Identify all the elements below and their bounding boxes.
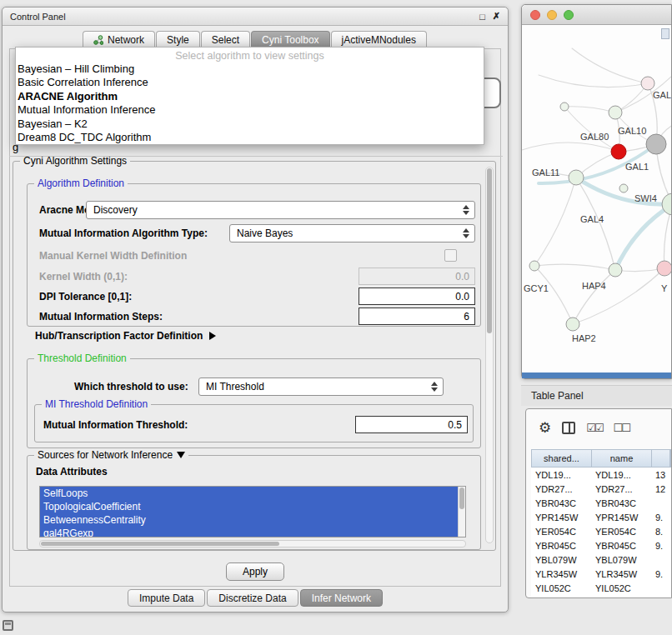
list-scrollbar[interactable] xyxy=(458,487,465,537)
tab-network[interactable]: Network xyxy=(83,31,155,48)
tab-style[interactable]: Style xyxy=(156,31,200,48)
table-row[interactable]: YIL052CYIL052C xyxy=(531,581,671,595)
attribute-list[interactable]: SelfLoopsTopologicalCoefficientBetweenne… xyxy=(39,486,466,538)
algorithm-option[interactable]: Mutual Information Inference xyxy=(16,103,484,117)
apply-button[interactable]: Apply xyxy=(226,562,284,581)
table-panel-window: ⚙ ☑☑ ☐☐ shared...name YDL19...YDL19...13… xyxy=(525,408,672,598)
network-node[interactable] xyxy=(611,144,626,159)
settings-scrollbar[interactable] xyxy=(485,167,494,543)
node-label: GAL11 xyxy=(532,168,559,178)
desktop: Control Panel □ ✗ NetworkStyleSelectCyni… xyxy=(0,0,672,635)
network-edge[interactable] xyxy=(564,107,615,112)
column-header[interactable]: shared... xyxy=(532,450,592,467)
network-edge[interactable] xyxy=(572,48,648,83)
manual-kernel-checkbox[interactable] xyxy=(444,249,457,262)
minimize-traffic-light-icon[interactable] xyxy=(547,10,557,20)
network-edge[interactable] xyxy=(615,204,671,270)
network-edge[interactable] xyxy=(539,75,648,88)
mi-threshold-label: Mutual Information Threshold: xyxy=(43,419,188,431)
bottom-tab-infer-network[interactable]: Infer Network xyxy=(300,589,383,607)
algorithm-definition-group: Algorithm Definition Aracne Mode: Discov… xyxy=(27,183,481,327)
table-cell: YBL079W xyxy=(591,552,651,567)
network-node[interactable] xyxy=(560,102,569,111)
node-label: GAL8 xyxy=(653,90,671,100)
algorithm-option[interactable]: Dream8 DC_TDC Algorithm xyxy=(16,131,484,144)
tab-label: Network xyxy=(108,34,144,46)
kernel-width-label: Kernel Width (0,1): xyxy=(39,271,128,282)
tab-label: jActiveMNodules xyxy=(342,34,416,46)
select-all-columns-icon[interactable]: ☑☑ xyxy=(586,422,602,433)
network-edge[interactable] xyxy=(534,266,573,324)
network-edge[interactable] xyxy=(522,142,619,152)
bottom-tab-discretize-data[interactable]: Discretize Data xyxy=(207,589,298,607)
network-node[interactable] xyxy=(569,170,584,185)
kernel-width-input[interactable] xyxy=(359,268,475,285)
table-cell: 13 xyxy=(651,468,671,482)
deselect-all-columns-icon[interactable]: ☐☐ xyxy=(614,422,629,433)
network-node[interactable] xyxy=(609,263,622,277)
network-node[interactable] xyxy=(529,261,539,271)
float-window-icon[interactable]: □ xyxy=(479,12,485,22)
network-canvas[interactable]: GAL8GAL80GAL10GAL11GAL1SWI4GAL4GCY1HAP4H… xyxy=(522,25,671,372)
algorithm-option[interactable]: Bayesian – K2 xyxy=(16,118,484,131)
algorithm-option[interactable]: Bayesian – Hill Climbing xyxy=(16,62,484,76)
manual-kernel-label: Manual Kernel Width Definition xyxy=(39,250,187,262)
scrollbar-thumb[interactable] xyxy=(41,542,279,546)
table-row[interactable]: YDR27...YDR27...12 xyxy=(531,482,671,496)
dpi-tolerance-label: DPI Tolerance [0,1]: xyxy=(39,291,132,302)
tab-jactivemnodules[interactable]: jActiveMNodules xyxy=(331,31,427,48)
network-edge[interactable] xyxy=(534,264,615,270)
table-row[interactable]: YPR145WYPR145W9. xyxy=(531,510,671,524)
network-node[interactable] xyxy=(641,77,654,90)
network-node[interactable] xyxy=(566,318,579,331)
table-row[interactable]: YLR345WYLR345W9. xyxy=(531,567,671,581)
table-row[interactable]: YBR043CYBR043C xyxy=(531,496,671,510)
network-window-titlebar[interactable] xyxy=(522,5,671,25)
aracne-mode-select[interactable]: Discovery xyxy=(86,201,475,219)
tab-cyni-toolbox[interactable]: Cyni Toolbox xyxy=(251,31,329,48)
mi-steps-input[interactable] xyxy=(359,308,475,325)
close-traffic-light-icon[interactable] xyxy=(530,10,540,20)
table-row[interactable]: YDL19...YDL19...13 xyxy=(531,468,671,482)
data-attribute-item[interactable]: SelfLoops xyxy=(40,487,465,500)
network-view-window: GAL8GAL80GAL10GAL11GAL1SWI4GAL4GCY1HAP4H… xyxy=(521,4,672,379)
mi-type-select[interactable]: Naive Bayes xyxy=(229,224,475,242)
data-attribute-item[interactable]: BetweennessCentrality xyxy=(40,513,465,527)
table-row[interactable]: YBR045CYBR045C9. xyxy=(531,538,671,552)
horizontal-scrollbar[interactable] xyxy=(39,540,466,548)
zoom-traffic-light-icon[interactable] xyxy=(564,10,574,20)
settings-gear-icon[interactable]: ⚙ xyxy=(539,421,551,435)
mi-threshold-input[interactable] xyxy=(355,416,468,433)
bottom-tab-impute-data[interactable]: Impute Data xyxy=(128,589,205,607)
table-toolbar: ⚙ ☑☑ ☐☐ xyxy=(526,409,671,446)
table-panel-titlebar[interactable]: Table Panel xyxy=(521,385,672,406)
column-selector-icon[interactable] xyxy=(562,422,575,434)
overview-toggle-icon[interactable] xyxy=(661,28,669,39)
control-panel-titlebar[interactable]: Control Panel □ ✗ xyxy=(3,8,508,26)
scrollbar-thumb[interactable] xyxy=(459,488,464,509)
column-header[interactable] xyxy=(652,450,670,467)
scrollbar-thumb[interactable] xyxy=(487,168,492,333)
network-node[interactable] xyxy=(609,106,622,119)
minimized-panel-icon[interactable] xyxy=(3,620,13,631)
network-edge[interactable] xyxy=(534,178,576,266)
hub-section-toggle[interactable]: Hub/Transcription Factor Definition xyxy=(35,330,216,342)
algorithm-option[interactable]: Basic Correlation Inference xyxy=(16,76,484,89)
table-row[interactable]: YBL079WYBL079W xyxy=(531,552,671,567)
column-header[interactable]: name xyxy=(592,450,652,467)
sources-section-toggle[interactable]: Sources for Network Inference xyxy=(34,449,188,461)
threshold-select[interactable]: MI Threshold xyxy=(198,378,444,396)
tab-select[interactable]: Select xyxy=(201,31,250,48)
network-node[interactable] xyxy=(619,184,628,192)
network-edge[interactable] xyxy=(573,268,664,324)
algorithm-option[interactable]: ARACNE Algorithm xyxy=(16,90,484,103)
close-icon[interactable]: ✗ xyxy=(493,11,500,22)
data-attribute-item[interactable]: TopologicalCoefficient xyxy=(40,500,465,513)
sources-title: Sources for Network Inference xyxy=(38,449,173,461)
network-node[interactable] xyxy=(657,261,671,276)
dpi-tolerance-input[interactable] xyxy=(359,288,475,305)
table-row[interactable]: YER054CYER054C8. xyxy=(531,524,671,538)
data-attribute-item[interactable]: gal4RGexp xyxy=(40,527,465,538)
node-label: GCY1 xyxy=(524,283,549,293)
network-node[interactable] xyxy=(646,134,666,154)
